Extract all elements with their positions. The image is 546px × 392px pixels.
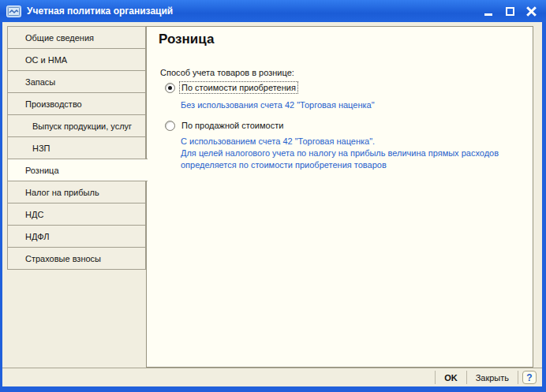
minimize-icon[interactable] [484,6,494,17]
tab-vypusk-produkcii[interactable]: Выпуск продукции, услуг [7,114,146,137]
radio-button-icon[interactable] [165,121,175,131]
retail-accounting-method-label: Способ учета товаров в рознице: [160,68,294,77]
footer-bar: OK Закрыть ? [2,368,542,386]
titlebar: Учетная политика организаций [0,0,546,22]
footer-separator [518,371,518,384]
hint-line: С использованием счета 42 "Торговая наце… [181,136,499,147]
help-button[interactable]: ? [522,371,537,384]
close-button[interactable]: Закрыть [469,371,516,385]
close-icon[interactable] [526,6,537,17]
radio-acquisition-cost-label[interactable]: По стоимости приобретения [179,81,298,94]
footer-separator [466,371,467,384]
window-title: Учетная политика организаций [27,6,484,17]
tab-nzp[interactable]: НЗП [7,136,146,159]
tab-obschie-svedeniya[interactable]: Общие сведения [7,26,146,49]
titlebar-controls [484,6,540,17]
radio-acquisition-cost[interactable]: По стоимости приобретения [165,81,298,94]
sidebar-tabs: Общие сведения ОС и НМА Запасы Производс… [7,26,146,270]
tab-proizvodstvo[interactable]: Производство [7,92,146,115]
tab-ndfl[interactable]: НДФЛ [7,225,146,248]
tab-strahovye-vznosy[interactable]: Страховые взносы [7,247,146,270]
tab-zapasy[interactable]: Запасы [7,70,146,93]
radio-sale-price-label[interactable]: По продажной стоимости [179,119,286,132]
hint-line: Без использования счета 42 "Торговая нац… [181,99,375,111]
radio-sale-price[interactable]: По продажной стоимости [165,119,286,132]
sale-price-hint: С использованием счета 42 "Торговая наце… [181,136,499,171]
hint-line: Для целей налогового учета по налогу на … [181,147,499,159]
tab-nalog-na-pribyl[interactable]: Налог на прибыль [7,181,146,203]
retail-settings-panel: Розница Способ учета товаров в рознице: … [146,26,533,368]
dialog-body: Общие сведения ОС и НМА Запасы Производс… [2,22,542,386]
tab-roznica[interactable]: Розница [7,159,148,181]
acquisition-cost-hint: Без использования счета 42 "Торговая нац… [181,99,375,111]
tab-nds[interactable]: НДС [7,203,146,226]
hint-line: определяется по стоимости приобретения т… [181,159,499,171]
footer-separator [435,371,436,384]
form-icon [6,6,21,17]
accounting-policy-dialog: Учетная политика организаций Общие сведе… [0,0,546,392]
ok-button[interactable]: OK [437,371,465,385]
maximize-icon[interactable] [505,6,515,17]
page-title: Розница [159,32,214,47]
radio-button-icon[interactable] [165,83,175,93]
tab-os-i-nma[interactable]: ОС и НМА [7,48,146,71]
